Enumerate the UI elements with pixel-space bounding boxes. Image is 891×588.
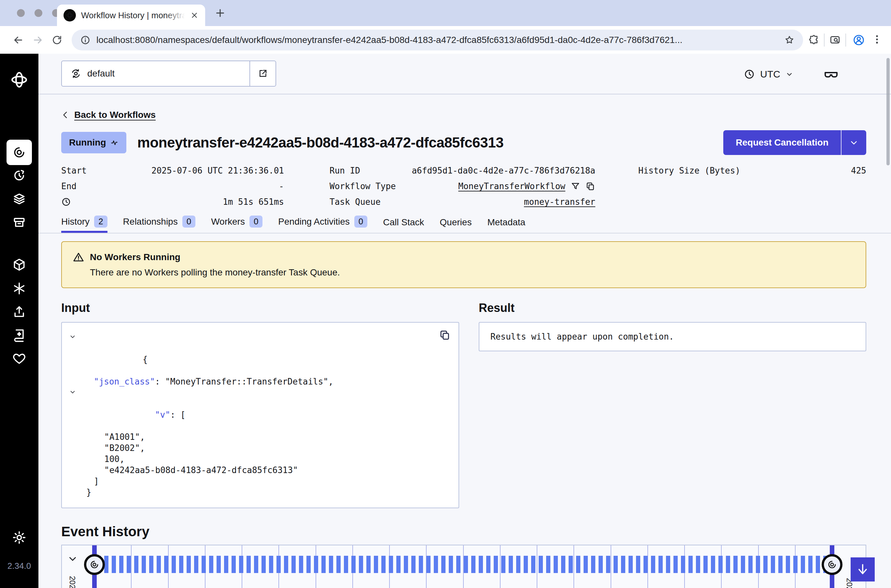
browser-toolbar: localhost:8080/namespaces/default/workfl… — [0, 26, 891, 54]
spiral-icon — [827, 560, 837, 570]
timeline-collapse-chevron-icon[interactable] — [67, 553, 78, 564]
tab-workers[interactable]: Workers0 — [211, 216, 262, 233]
app-sidebar: 2.34.0 — [0, 54, 38, 588]
schedules-clock-icon — [12, 168, 26, 183]
workflow-details: Start2025-07-06 UTC 21:36:36.01 End- 1m … — [61, 163, 866, 210]
sidebar-item-batch-operations[interactable] — [12, 216, 26, 230]
status-badge[interactable]: Running — [61, 132, 126, 153]
json-line: ] — [62, 476, 449, 487]
json-line: "A1001", — [62, 431, 449, 442]
new-tab-button[interactable] — [214, 7, 226, 19]
workflows-spiral-icon — [12, 145, 26, 159]
detail-task-queue: Task Queue money-transfer — [330, 194, 595, 210]
namespaces-cube-icon — [12, 258, 26, 272]
browser-menu-kebab-icon[interactable] — [872, 34, 882, 46]
task-queue-link[interactable]: money-transfer — [524, 197, 595, 207]
tab-queries[interactable]: Queries — [440, 217, 471, 233]
clock-icon — [744, 69, 755, 80]
input-json-viewer: { "json_class": "MoneyTransfer::Transfer… — [61, 322, 459, 508]
back-to-workflows-link[interactable]: Back to Workflows — [61, 110, 156, 120]
spiral-icon — [89, 560, 100, 570]
extensions-puzzle-icon[interactable] — [808, 34, 819, 46]
detail-end: End- — [61, 178, 284, 194]
labs-glasses-icon[interactable] — [823, 54, 839, 94]
detail-history-size: History Size (Bytes)425 — [638, 163, 866, 178]
timezone-selector[interactable]: UTC — [744, 54, 793, 94]
namespace-open-icon[interactable] — [249, 61, 276, 86]
profile-avatar-icon[interactable] — [853, 34, 865, 46]
collapse-chevron-icon[interactable] — [69, 388, 76, 396]
chevron-left-icon — [61, 111, 70, 119]
namespace-selector[interactable]: default — [61, 60, 276, 87]
json-line: "json_class": "MoneyTransfer::TransferDe… — [62, 376, 449, 387]
sidebar-item-feedback[interactable] — [12, 351, 26, 366]
tab-count-badge: 2 — [94, 216, 107, 228]
event-history-timeline[interactable]: 2025-07-06 UTC 21:36:36.011 2025-07-06 U… — [61, 545, 866, 588]
sidebar-item-schedules[interactable] — [12, 168, 26, 183]
feedback-heart-icon — [12, 351, 26, 366]
result-box: Results will appear upon completion. — [479, 322, 866, 351]
filter-funnel-icon[interactable] — [570, 182, 580, 191]
json-line: "v": [ — [62, 387, 449, 431]
cancel-menu-chevron-icon[interactable] — [841, 130, 866, 155]
result-heading: Result — [479, 301, 866, 315]
duration-clock-icon — [61, 197, 71, 207]
workflow-tabs: History2 Relationships0 Workers0 Pending… — [38, 216, 891, 234]
app-version: 2.34.0 — [0, 561, 38, 571]
tab-title: Workflow History | moneytran — [81, 10, 185, 21]
bookmark-star-icon[interactable] — [784, 35, 795, 45]
main-content: default UTC Back to Workflows — [38, 54, 891, 588]
detail-start: Start2025-07-06 UTC 21:36:36.01 — [61, 163, 284, 178]
scroll-to-bottom-button[interactable] — [850, 557, 875, 582]
sidebar-item-deployments[interactable] — [12, 192, 26, 206]
detail-duration: 1m 51s 651ms — [61, 194, 284, 210]
pulse-icon — [110, 138, 118, 147]
latest-event-marker[interactable] — [822, 554, 843, 575]
sidebar-item-nexus[interactable] — [12, 281, 26, 296]
sidebar-item-docs[interactable] — [12, 328, 26, 342]
window-controls[interactable] — [17, 9, 60, 17]
sidebar-item-namespaces[interactable] — [12, 258, 26, 272]
workflow-type-link[interactable]: MoneyTransferWorkflow — [458, 182, 566, 191]
arrow-down-icon — [855, 562, 870, 577]
timeline-running-span-bar[interactable] — [97, 556, 830, 573]
request-cancellation-button[interactable]: Request Cancellation — [723, 130, 866, 155]
window-minimize-button[interactable] — [34, 9, 42, 17]
tab-close-icon[interactable] — [190, 11, 199, 20]
no-workers-warning: No Workers Running There are no Workers … — [61, 241, 866, 288]
tab-pending-activities[interactable]: Pending Activities0 — [278, 216, 368, 233]
theme-sun-icon[interactable] — [12, 530, 27, 545]
chevron-down-icon — [786, 70, 793, 78]
browser-tab-strip: Workflow History | moneytran — [0, 0, 891, 26]
temporal-logo-icon[interactable] — [10, 70, 28, 89]
namespace-icon — [70, 68, 81, 79]
tab-relationships[interactable]: Relationships0 — [123, 216, 196, 233]
workflow-started-event-marker[interactable] — [84, 554, 105, 575]
tab-call-stack[interactable]: Call Stack — [383, 217, 424, 233]
docs-book-icon — [12, 328, 26, 342]
url-bar[interactable]: localhost:8080/namespaces/default/workfl… — [72, 30, 803, 51]
app-topbar: default UTC — [38, 54, 891, 94]
browser-tab[interactable]: Workflow History | moneytran — [57, 4, 205, 26]
forward-icon[interactable] — [32, 34, 44, 46]
url-text[interactable]: localhost:8080/namespaces/default/workfl… — [96, 35, 778, 45]
tab-count-badge: 0 — [354, 216, 368, 228]
reload-icon[interactable] — [51, 34, 63, 46]
back-icon[interactable] — [12, 34, 24, 46]
site-info-icon[interactable] — [80, 35, 90, 45]
workflow-title: moneytransfer-e4242aa5-b08d-4183-a472-df… — [137, 135, 724, 151]
tab-search-icon[interactable] — [829, 34, 841, 46]
sidebar-item-import-events[interactable] — [12, 305, 26, 319]
tab-history[interactable]: History2 — [61, 216, 108, 233]
json-line: { — [62, 332, 449, 376]
timeline-start-label: 2025-07-06 UTC 21:36:36.011 — [68, 576, 77, 588]
copy-icon[interactable] — [585, 182, 595, 191]
tab-metadata[interactable]: Metadata — [487, 217, 525, 233]
timezone-label: UTC — [760, 69, 780, 80]
tab-count-badge: 0 — [182, 216, 195, 228]
collapse-chevron-icon[interactable] — [69, 333, 76, 340]
sidebar-item-workflows[interactable] — [6, 140, 32, 165]
browser-scrollbar-thumb[interactable] — [886, 58, 890, 165]
temporal-favicon-icon — [63, 9, 76, 21]
window-close-button[interactable] — [17, 9, 25, 17]
